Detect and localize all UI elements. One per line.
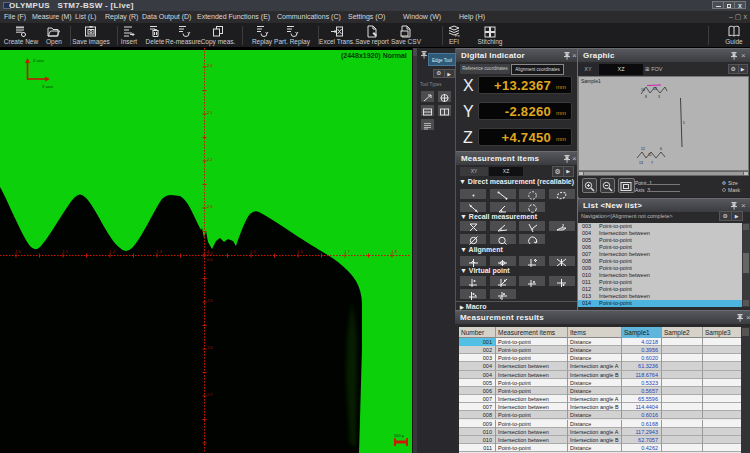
svg-text:14: 14 — [653, 87, 657, 91]
svg-text:16: 16 — [641, 88, 645, 92]
svg-text:8: 8 — [645, 95, 647, 99]
svg-text:3: 3 — [658, 95, 660, 99]
svg-text:6: 6 — [660, 147, 662, 151]
svg-text:11: 11 — [648, 153, 652, 157]
svg-text:5: 5 — [683, 121, 685, 125]
svg-text:13: 13 — [639, 161, 643, 165]
svg-text:7: 7 — [651, 161, 653, 165]
svg-text:12: 12 — [641, 147, 645, 151]
